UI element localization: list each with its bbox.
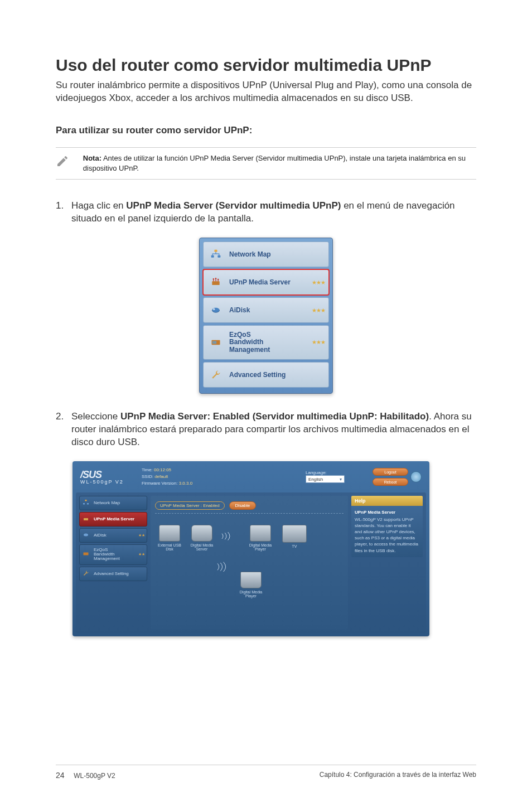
help-panel: Help UPnP Media Server WL-500gP V2 suppo… [351,496,423,630]
step-1: 1. Haga clic en UPnP Media Server (Servi… [56,200,476,225]
svg-point-6 [217,279,219,281]
svg-rect-18 [84,553,89,555]
svg-point-5 [215,278,217,279]
sidebar-item-upnp[interactable]: UPnP Media Server [79,512,147,526]
nav-label-aidisk: AiDisk [229,306,250,314]
stars-icon: ★★★ [312,307,325,313]
help-title: Help [351,496,423,506]
admin-sidebar: Network Map UPnP Media Server AiDisk ★★ … [79,496,147,630]
logout-button[interactable]: Logout [373,468,408,476]
step-2-body: Seleccione UPnP Media Server: Enabled (S… [71,410,476,449]
firmware-value: 3.0.3.0 [177,481,192,486]
note-text: Nota: Antes de utilizar la función UPnP … [83,153,476,173]
reboot-button[interactable]: Reboot [373,478,408,486]
svg-rect-15 [87,503,89,505]
step-2-number: 2. [56,410,71,449]
language-label: Language: [306,470,373,475]
tv-icon [282,525,307,543]
note-label: Nota: [83,154,101,162]
nav-item-upnp-media-server: UPnP Media Server ★★★ [203,269,329,295]
sidebar-item-ezqos[interactable]: EzQoSBandwidthManagement ★★ [79,544,147,565]
note-container: Nota: Antes de utilizar la función UPnP … [56,147,476,180]
nav-item-advanced: Advanced Setting [203,362,329,388]
wifi-icon [215,531,238,543]
ssid-value: default [153,474,168,479]
nav-item-ezqos: EzQoSBandwidthManagement ★★★ [203,325,329,360]
sidebar-item-advanced[interactable]: Advanced Setting [79,567,147,581]
header-info: Time: 00:12:05 SSID: default Firmware Ve… [142,467,306,487]
svg-rect-2 [217,255,220,258]
ezqos-icon [82,550,91,558]
svg-rect-14 [83,503,85,505]
nav-label-network-map: Network Map [229,250,271,258]
sidebar-label: Network Map [94,500,120,505]
footer-chapter: Capítulo 4: Configuración a través de la… [320,771,476,780]
logo-text: /SUS [80,469,101,480]
svg-point-8 [213,308,215,310]
ezqos-icon [208,336,224,349]
firmware-label: Firmware Version: [142,481,177,486]
step-2: 2. Seleccione UPnP Media Server: Enabled… [56,410,476,449]
step-2-bold: UPnP Media Server: Enabled (Servidor mul… [120,411,429,422]
svg-rect-1 [211,255,214,258]
asus-logo: /SUS WL-500gP V2 [80,469,142,485]
help-subtitle: UPnP Media Server [355,509,419,515]
usb-disk-icon [159,525,180,542]
model-text: WL-500gP V2 [80,479,142,485]
svg-rect-11 [214,341,215,344]
language-area: Language: English ▾ [306,470,373,483]
step-1-body: Haga clic en UPnP Media Server (Servidor… [71,200,476,225]
device-usb-disk: External USB Disk [156,525,183,551]
wifi-icon-2 [211,562,233,573]
nav-menu-screenshot: Network Map UPnP Media Server ★★★ AiDisk… [199,238,333,394]
stars-icon: ★★★ [312,339,325,345]
main-heading: Uso del router como servidor multimedia … [56,56,476,75]
device-label: External USB Disk [156,543,183,551]
language-value: English [308,477,323,482]
language-select[interactable]: English ▾ [306,475,345,483]
admin-header: /SUS WL-500gP V2 Time: 00:12:05 SSID: de… [76,465,426,492]
device-dmp2: Digital Media Player [238,572,264,598]
page-number: 24 [56,771,65,780]
sidebar-label: UPnP Media Server [94,516,134,521]
step-1-pre: Haga clic en [71,200,126,211]
step-list-2: 2. Seleccione UPnP Media Server: Enabled… [56,410,476,449]
step-2-pre: Seleccione [71,411,120,422]
sidebar-label: AiDisk [94,533,107,538]
note-body: Antes de utilizar la función UPnP Media … [83,154,466,172]
stars-icon: ★★★ [312,279,325,286]
time-value: 00:12:05 [153,467,171,472]
intro-paragraph: Su router inalámbrico permite a disposit… [56,79,476,105]
device-dms: Digital Media Server [188,525,215,551]
network-map-icon [208,248,224,261]
network-diagram: External USB Disk Digital Media Server D… [155,521,344,605]
nav-item-aidisk: AiDisk ★★★ [203,297,329,323]
time-label: Time: [142,467,153,472]
status-pill: UPnP Media Server : Enabled [155,501,225,510]
globe-icon [410,471,422,482]
footer-model: WL-500gP V2 [74,772,115,780]
device-dmp1: Digital Media Player [247,525,274,551]
sidebar-label: EzQoSBandwidthManagement [94,548,120,562]
svg-point-4 [213,278,215,280]
aidisk-icon [208,303,224,317]
media-player-icon [250,525,271,542]
step-list: 1. Haga clic en UPnP Media Server (Servi… [56,200,476,225]
svg-rect-12 [215,341,216,344]
help-text: WL-500gP V2 supports UPnP standards. You… [355,516,419,554]
pencil-icon [56,154,71,170]
step-1-number: 1. [56,200,71,225]
sidebar-item-network-map[interactable]: Network Map [79,496,147,510]
network-map-icon [82,499,91,507]
header-buttons: Logout Reboot [373,468,408,486]
wrench-icon [208,368,224,381]
admin-content: UPnP Media Server : Enabled Disable Exte… [151,496,348,630]
admin-page-screenshot: /SUS WL-500gP V2 Time: 00:12:05 SSID: de… [72,461,429,636]
device-label: TV [282,544,307,548]
chevron-down-icon: ▾ [340,477,342,482]
nav-label-advanced: Advanced Setting [229,371,286,379]
sidebar-item-aidisk[interactable]: AiDisk ★★ [79,528,147,543]
disable-button[interactable]: Disable [229,501,257,510]
device-label: Digital Media Server [188,543,215,551]
media-server-icon [208,276,224,289]
